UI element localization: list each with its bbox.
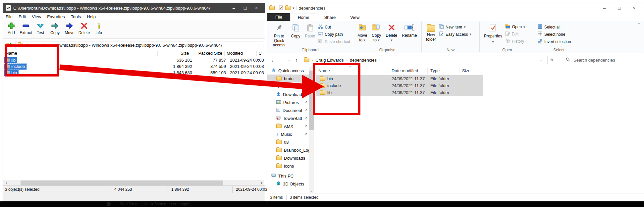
sidebar-item-pictures[interactable]: Pictures [267,98,309,106]
row-date-modified: 24/09/2021 11:37 [389,90,428,95]
tab-view[interactable]: View [343,14,367,21]
delete-button[interactable]: Delete▾ [384,23,399,43]
rename-button[interactable]: Rename [400,23,418,39]
sidebar-item-desktop[interactable]: Desktop [267,82,309,90]
sidebar-item-quick-access[interactable]: Quick access [267,67,309,75]
breadcrumb-item-user[interactable]: Craig Edwards [315,58,344,63]
collapse-ribbon-icon[interactable]: ⌃ [637,22,640,26]
column-header-size[interactable]: Size [158,51,191,56]
up-icon[interactable]: ↑ [293,57,300,63]
scroll-left-icon[interactable]: ‹ [3,180,9,186]
menu-favorites[interactable]: Favorites [47,14,65,19]
sidebar-item-brain[interactable]: brain [267,75,309,82]
extract-button[interactable]: Extract [20,22,32,35]
column-header-created[interactable]: C [257,51,264,56]
recent-locations-icon[interactable]: ⌄ [287,58,291,62]
move-to-button[interactable]: Move to ▾ [356,23,369,43]
copy-path-button[interactable]: W... Copy path [318,31,350,37]
breadcrumb[interactable]: › Craig Edwards › dependencies › ⌄ ↻ [302,56,558,64]
sidebar-item-brainbox-logo[interactable]: Brainbox_Logo [267,146,309,154]
info-button[interactable]: i Info [92,22,105,35]
column-header-date-modified[interactable]: Date modified [389,68,428,74]
chevron-down-icon[interactable]: ⌄ [258,43,261,47]
table-row[interactable]: lib 636 181 77 857 2021-09-24 00:03 [4,57,264,63]
new-folder-quick-icon[interactable] [285,6,291,10]
properties-button[interactable]: Properties ▾ [482,23,504,45]
table-row[interactable]: include 1 864 392 374 559 2021-09-24 00:… [4,63,264,70]
add-button[interactable]: Add [5,22,18,35]
open-button[interactable]: Open ▾ [505,24,525,29]
horizontal-scrollbar[interactable]: ‹ › [3,180,264,186]
column-header-size[interactable]: Size [459,68,481,74]
scroll-right-icon[interactable]: › [259,180,264,186]
sidebar-item-documents[interactable]: Documents [267,106,309,114]
chevron-down-icon[interactable]: ▾ [293,6,295,10]
pin-to-quick-access-button[interactable]: Pin to Quick access [270,23,288,49]
sidebar-item-08[interactable]: 08 [267,138,309,146]
maximize-button[interactable]: □ [240,5,251,11]
menu-edit[interactable]: Edit [19,14,26,19]
maximize-button[interactable]: □ [612,6,627,11]
delete-button[interactable]: Delete [78,22,90,35]
tab-file[interactable]: File [267,13,290,21]
7zip-file-list: Name Size Packed Size Modified C lib 636… [4,50,264,178]
menu-tools[interactable]: Tools [71,14,81,19]
sidebar-item-3d-objects[interactable]: 3D Objects [267,180,309,188]
7zip-titlebar[interactable]: 7z C:\Users\brain\Downloads\libdpp - Win… [3,3,265,13]
refresh-icon[interactable]: ↻ [547,56,556,64]
sidebar-scrollbar[interactable]: ⌄ [309,67,314,193]
sidebar-item-music[interactable]: ♪ Music [267,130,309,138]
close-button[interactable]: × [251,5,262,11]
scrollbar-thumb[interactable] [309,71,314,130]
breadcrumb-item-dependencies[interactable]: dependencies [350,58,377,63]
menu-help[interactable]: Help [87,14,96,19]
minimize-button[interactable]: – [597,6,612,11]
sidebar-item-amx[interactable]: AMX [267,122,309,130]
delete-icon [80,22,88,30]
properties-check-icon[interactable] [279,5,283,11]
select-all-button[interactable]: Select all [538,24,571,30]
menu-view[interactable]: View [32,14,41,19]
cut-button[interactable]: Cut [318,24,350,30]
column-header-modified[interactable]: Modified [225,51,257,56]
7zip-address-combo[interactable]: C:\Users\brain\Downloads\libdpp - Window… [16,41,263,49]
new-item-button[interactable]: New item ▾ [439,24,471,30]
sidebar-item-downloads[interactable]: Downloads [267,90,309,98]
scrollbar-thumb[interactable] [21,181,223,185]
scroll-down-icon[interactable]: ⌄ [309,189,314,193]
sidebar-item-downloads-folder[interactable]: Downloads [267,154,309,162]
status-total-size: 4 044 253 [114,187,132,192]
search-box[interactable] [563,56,641,64]
new-folder-button[interactable]: New folder [424,23,438,43]
back-icon[interactable]: ← [270,57,277,63]
minimize-button[interactable]: – [228,5,240,11]
copy-button[interactable]: Copy [290,23,302,40]
copy-to-button[interactable]: Copy to ▾ [370,23,383,43]
move-button[interactable]: Move [63,22,76,35]
column-header-name[interactable]: Name [4,51,158,56]
tab-home[interactable]: Home [290,14,317,21]
sidebar-item-towerbattle[interactable]: TowerBattle [267,114,309,122]
column-header-name[interactable]: Name [316,68,389,74]
row-packed-size: 374 559 [194,64,228,69]
explorer-titlebar[interactable]: ▾ dependencies – □ × [267,3,644,13]
tab-share[interactable]: Share [317,14,343,21]
copy-button[interactable]: Copy [49,22,61,35]
up-one-level-button[interactable] [4,41,14,49]
close-button[interactable]: × [627,6,642,11]
table-row[interactable]: bin 1 543 680 559 103 2021-09-24 00:03 [4,70,264,76]
menu-file[interactable]: File [6,14,13,19]
invert-selection-button[interactable]: Invert selection [538,39,571,44]
column-header-type[interactable]: Type [428,68,459,74]
test-button[interactable]: Test [34,22,47,35]
easy-access-button[interactable]: Easy access ▾ [439,31,471,37]
select-none-button[interactable]: Select none [538,31,571,37]
sidebar-item-icons[interactable]: icons [267,162,309,170]
search-input[interactable] [573,57,638,63]
column-header-packed-size[interactable]: Packed Size [191,51,225,56]
table-row[interactable]: bin 24/09/2021 11:37 File folder [316,75,483,82]
table-row[interactable]: lib 24/09/2021 11:37 File folder [316,89,483,96]
address-history-icon[interactable]: ⌄ [537,56,545,64]
sidebar-item-this-pc[interactable]: This PC [267,172,309,180]
table-row[interactable]: include 24/09/2021 11:37 File folder [316,82,483,89]
